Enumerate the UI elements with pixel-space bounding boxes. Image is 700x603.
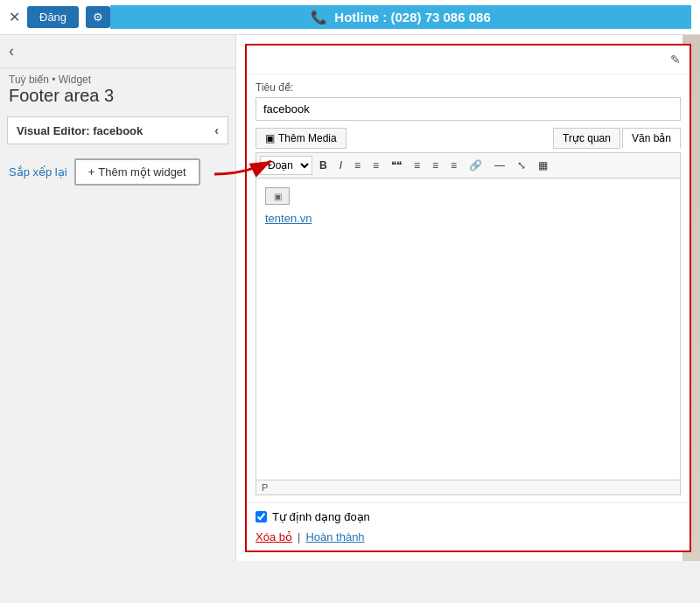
table-button[interactable]: ▦	[533, 157, 553, 174]
blockquote-button[interactable]: ❝❝	[386, 157, 407, 174]
gear-button[interactable]: ⚙	[86, 6, 110, 28]
back-button[interactable]: ‹	[9, 42, 14, 60]
auto-format-row: Tự định dạng đoạn	[256, 510, 681, 523]
widget-editor-box[interactable]: Visual Editor: facebook ‹	[7, 116, 228, 144]
breadcrumb: Tuỳ biến • Widget	[9, 74, 227, 86]
top-bar-left: ✕ Đăng ⚙	[9, 6, 110, 28]
add-media-label: Thêm Media	[278, 132, 337, 144]
top-bar: ✕ Đăng ⚙ 📞 Hotline : (028) 73 086 086	[0, 0, 700, 35]
sidebar-actions: Sắp xếp lại + Thêm một widget	[0, 151, 235, 193]
hotline-text: Hotline : (028) 73 086 086	[334, 10, 490, 25]
editor-status-bar: P	[256, 480, 681, 495]
view-toggle: Trực quan Văn bản	[553, 128, 681, 149]
sort-link[interactable]: Sắp xếp lại	[9, 165, 67, 179]
sidebar: ‹ Tuỳ biến • Widget Footer area 3 Visual…	[0, 35, 236, 561]
title-label: Tiêu đề:	[256, 81, 681, 94]
widget-panel-header: ✎	[247, 46, 690, 74]
truc-quan-button[interactable]: Trực quan	[553, 128, 620, 149]
italic-button[interactable]: I	[334, 157, 347, 174]
complete-link[interactable]: Hoàn thành	[305, 530, 364, 543]
collapse-arrow-icon[interactable]: ‹	[214, 123, 219, 137]
close-button[interactable]: ✕	[9, 9, 20, 25]
editor-top-bar: ▣ Thêm Media Trực quan Văn bản	[256, 128, 681, 149]
add-media-icon: ▣	[265, 132, 275, 144]
widget-panel: ✎ Tiêu đề: ▣ Thêm Media Trực quan Văn b	[245, 44, 691, 552]
breadcrumb-area: Tuỳ biến • Widget Footer area 3	[0, 68, 235, 109]
align-left-button[interactable]: ≡	[409, 157, 425, 174]
editor-embed-icon: ▣	[265, 187, 290, 205]
link-button[interactable]: 🔗	[464, 157, 487, 174]
fullscreen-button[interactable]: ⤡	[512, 157, 531, 174]
editor-section: ▣ Thêm Media Trực quan Văn bản Đoạn B I	[247, 128, 690, 502]
title-field-group: Tiêu đề:	[247, 74, 690, 128]
add-widget-button[interactable]: + Thêm một widget	[74, 158, 200, 186]
site-header: 📞 Hotline : (028) 73 086 086	[110, 5, 691, 29]
phone-icon: 📞	[311, 10, 327, 25]
add-widget-label: Thêm một widget	[98, 165, 186, 179]
publish-button[interactable]: Đăng	[27, 6, 79, 28]
align-right-button[interactable]: ≡	[445, 157, 462, 174]
title-input[interactable]	[256, 97, 681, 121]
page-title: Footer area 3	[9, 86, 227, 106]
delete-link[interactable]: Xóa bỏ	[256, 530, 292, 543]
widget-panel-close-button[interactable]: ✎	[670, 53, 681, 67]
action-links: Xóa bỏ | Hoàn thành	[256, 530, 681, 543]
widget-panel-footer: Tự định dạng đoạn Xóa bỏ | Hoàn thành	[247, 502, 690, 550]
bold-button[interactable]: B	[314, 157, 332, 174]
unordered-list-button[interactable]: ≡	[349, 157, 366, 174]
align-center-button[interactable]: ≡	[427, 157, 444, 174]
widget-editor-label-text: Visual Editor: facebook	[17, 124, 143, 137]
format-toolbar: Đoạn B I ≡ ≡ ❝❝ ≡ ≡ ≡ 🔗 — ⤡ ▦	[256, 152, 681, 178]
separator: |	[298, 530, 300, 543]
hr-button[interactable]: —	[489, 157, 510, 174]
auto-format-label: Tự định dạng đoạn	[272, 510, 370, 523]
auto-format-checkbox[interactable]	[256, 511, 267, 522]
main-content: 🪑 NB FURNITURE ✎ Tiêu đề:	[236, 35, 700, 561]
add-media-button[interactable]: ▣ Thêm Media	[256, 128, 346, 149]
van-ban-button[interactable]: Văn bản	[622, 128, 681, 149]
sidebar-header: ‹	[0, 35, 235, 68]
editor-link[interactable]: tenten.vn	[265, 212, 312, 225]
ordered-list-button[interactable]: ≡	[368, 157, 384, 174]
editor-area[interactable]: ▣ tenten.vn	[256, 178, 681, 480]
format-select[interactable]: Đoạn	[260, 156, 312, 175]
plus-icon: +	[88, 165, 95, 179]
